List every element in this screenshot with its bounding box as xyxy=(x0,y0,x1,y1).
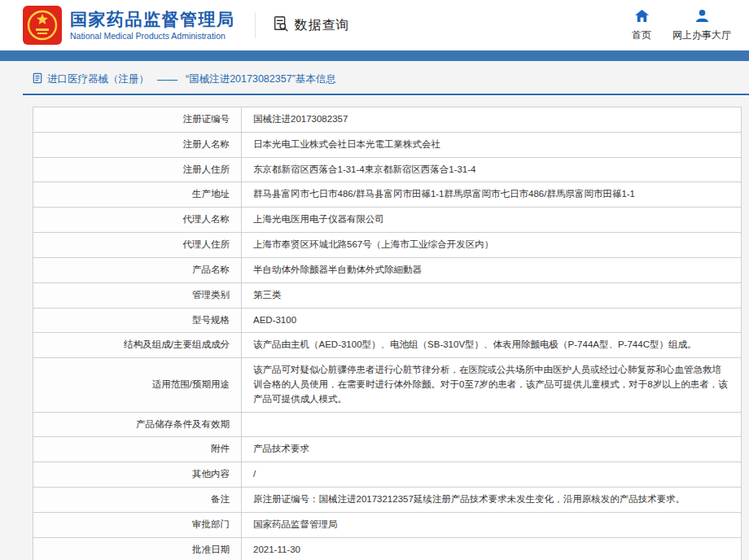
table-row: 管理类别 第三类 xyxy=(33,282,742,308)
row-label: 代理人住所 xyxy=(33,233,242,258)
org-title-cn: 国家药品监督管理局 xyxy=(70,10,235,29)
document-icon xyxy=(33,72,42,86)
row-value: 该产品由主机（AED-3100型）、电池组（SB-310V型）、体表用除颤电极（… xyxy=(242,333,742,358)
home-icon xyxy=(634,9,650,26)
table-row: 产品名称 半自动体外除颤器半自動体外式除細動器 xyxy=(33,257,742,282)
top-header: 国家药品监督管理局 National Medical Products Admi… xyxy=(0,0,749,50)
row-label: 备注 xyxy=(33,488,242,513)
breadcrumb-category[interactable]: 进口医疗器械（注册） xyxy=(47,72,149,86)
org-title-en: National Medical Products Administration xyxy=(70,31,235,41)
row-value: 国械注进20173082357 xyxy=(242,107,742,133)
header-accent-bar xyxy=(0,50,749,61)
row-label: 附件 xyxy=(33,437,242,462)
row-value: 上海光电医用电子仪器有限公司 xyxy=(242,208,742,233)
table-row: 结构及组成/主要组成成分 该产品由主机（AED-3100型）、电池组（SB-31… xyxy=(33,333,742,358)
row-value: 东京都新宿区西落合1-31-4東京都新宿区西落合1-31-4 xyxy=(242,157,742,182)
row-value: 第三类 xyxy=(242,282,742,308)
row-value: 日本光电工业株式会社日本光電工業株式会社 xyxy=(242,132,742,157)
data-query-icon xyxy=(272,15,290,36)
table-row: 备注 原注册证编号：国械注进20173212357延续注册产品技术要求未发生变化… xyxy=(33,488,742,513)
row-value: 半自动体外除颤器半自動体外式除細動器 xyxy=(242,257,742,282)
table-row: 代理人名称 上海光电医用电子仪器有限公司 xyxy=(33,208,742,233)
nav-service-hall[interactable]: 网上办事大厅 xyxy=(672,9,731,42)
row-label: 代理人名称 xyxy=(33,208,242,233)
breadcrumb-separator: —— xyxy=(157,74,177,85)
row-value: 该产品可对疑似心脏骤停患者进行心脏节律分析，在医院或公共场所中由医护人员或经过心… xyxy=(242,358,742,412)
row-label: 注册证编号 xyxy=(33,107,242,133)
table-row: 型号规格 AED-3100 xyxy=(33,308,742,333)
table-row: 批准日期 2021-11-30 xyxy=(33,537,742,560)
registration-info-table: 注册证编号 国械注进20173082357 注册人名称 日本光电工业株式会社日本… xyxy=(33,107,742,560)
nav-home-label: 首页 xyxy=(632,28,651,42)
table-row: 注册人住所 东京都新宿区西落合1-31-4東京都新宿区西落合1-31-4 xyxy=(33,157,742,182)
nav-service-hall-label: 网上办事大厅 xyxy=(672,28,731,42)
section-title: 数据查询 xyxy=(295,17,350,34)
breadcrumb-title: “国械注进20173082357”基本信息 xyxy=(186,72,336,86)
row-value xyxy=(242,412,742,437)
breadcrumb: 进口医疗器械（注册） —— “国械注进20173082357”基本信息 xyxy=(33,72,749,86)
top-nav: 首页 网上办事大厅 xyxy=(632,9,749,42)
row-value: 群马县富冈市七日市486/群马县富冈市田篠1-1群馬県富岡市七日市486/群馬県… xyxy=(242,182,742,208)
row-label: 产品名称 xyxy=(33,257,242,282)
row-label: 注册人住所 xyxy=(33,157,242,182)
row-label: 管理类别 xyxy=(33,282,242,308)
table-row: 审批部门 国家药品监督管理局 xyxy=(33,512,742,537)
row-value: 原注册证编号：国械注进20173212357延续注册产品技术要求未发生变化，沿用… xyxy=(242,488,742,513)
table-row: 其他内容 / xyxy=(33,462,742,488)
row-value: AED-3100 xyxy=(242,308,742,333)
row-label: 批准日期 xyxy=(33,537,242,560)
row-value: 上海市奉贤区环城北路567号（上海市工业综合开发区内） xyxy=(242,233,742,258)
table-row: 注册证编号 国械注进20173082357 xyxy=(33,107,742,133)
row-label: 审批部门 xyxy=(33,512,242,537)
table-row: 代理人住所 上海市奉贤区环城北路567号（上海市工业综合开发区内） xyxy=(33,233,742,258)
header-divider xyxy=(255,12,256,38)
row-label: 其他内容 xyxy=(33,462,242,488)
row-value: 产品技术要求 xyxy=(242,437,742,462)
table-row: 生产地址 群马县富冈市七日市486/群马县富冈市田篠1-1群馬県富岡市七日市48… xyxy=(33,182,742,208)
row-label: 适用范围/预期用途 xyxy=(33,358,242,412)
person-icon xyxy=(694,9,710,26)
row-label: 注册人名称 xyxy=(33,132,242,157)
table-row: 适用范围/预期用途 该产品可对疑似心脏骤停患者进行心脏节律分析，在医院或公共场所… xyxy=(33,358,742,412)
data-query-entry[interactable]: 数据查询 xyxy=(272,15,350,36)
row-label: 产品储存条件及有效期 xyxy=(33,412,242,437)
table-row: 注册人名称 日本光电工业株式会社日本光電工業株式会社 xyxy=(33,132,742,157)
main-content: 进口医疗器械（注册） —— “国械注进20173082357”基本信息 注册证编… xyxy=(0,61,749,560)
national-emblem-icon xyxy=(23,6,62,45)
row-label: 生产地址 xyxy=(33,182,242,208)
row-value: 2021-11-30 xyxy=(242,537,742,560)
row-label: 型号规格 xyxy=(33,308,242,333)
breadcrumb-underline xyxy=(23,94,749,95)
brand-block: 国家药品监督管理局 National Medical Products Admi… xyxy=(23,6,235,45)
row-value: / xyxy=(242,462,742,488)
table-row: 附件 产品技术要求 xyxy=(33,437,742,462)
row-label: 结构及组成/主要组成成分 xyxy=(33,333,242,358)
table-row: 产品储存条件及有效期 xyxy=(33,412,742,437)
nav-home[interactable]: 首页 xyxy=(632,9,651,42)
row-value: 国家药品监督管理局 xyxy=(242,512,742,537)
